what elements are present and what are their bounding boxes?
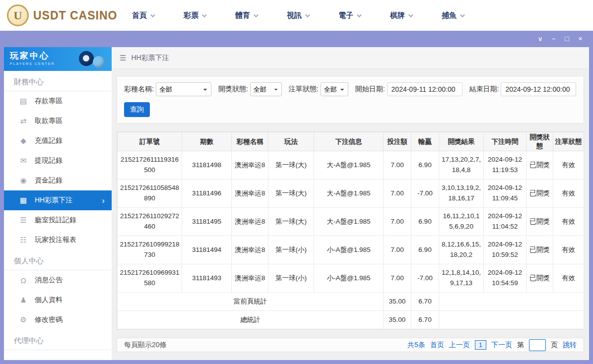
table-row: 2152172611119316500 31181498 澳洲幸运8 第一球(大… (118, 151, 584, 180)
cell-bet-info: 大-A盤@1.985 (314, 208, 384, 236)
current-page-badge: 1 (475, 340, 486, 350)
bets-table-panel: 訂單號 期數 彩種名稱 玩法 下注信息 投注額 輸贏 開獎結果 下注時間 開獎狀… (117, 131, 584, 330)
col-header-amount: 投注額 (384, 132, 411, 151)
sidebar-item-change-password[interactable]: ⚙ 修改密碼 (4, 310, 112, 330)
sidebar-item-label: 取款專區 (35, 117, 63, 125)
nav-item-sports[interactable]: 體育 (235, 11, 287, 20)
lottery-bet-icon: ▦ (19, 196, 28, 205)
cell-lottery: 澳洲幸运8 (232, 236, 268, 264)
start-date-input[interactable] (387, 82, 462, 96)
col-header-win-loss: 輸贏 (411, 132, 439, 151)
sidebar-item-hall-bet-records[interactable]: ☰ 廳室投註記錄 (4, 210, 112, 230)
logo-icon: U (7, 4, 29, 26)
password-icon: ⚙ (19, 315, 28, 324)
pager: 共5条 首页 上一页 1 下一页 第 页 跳转 (407, 339, 577, 351)
col-header-play: 玩法 (268, 132, 314, 151)
cell-win-loss: -7.00 (411, 264, 439, 293)
cell-lottery: 澳洲幸运8 (232, 264, 268, 293)
cell-result: 3,10,13,19,2,18,16,17 (439, 180, 484, 208)
sidebar-item-label: 存款專區 (35, 97, 63, 106)
jump-button[interactable]: 跳转 (563, 341, 577, 350)
cell-amount: 7.00 (384, 151, 411, 180)
cell-play: 第一球(大) (268, 180, 314, 208)
grand-summary-row: 總統計 35.00 6.70 (118, 311, 584, 329)
cell-period: 31181498 (182, 151, 232, 180)
sidebar-item-announcements[interactable]: Ω 消息公告 (4, 270, 112, 290)
pagination-bar: 每頁顯示20條 共5条 首页 上一页 1 下一页 第 页 跳转 (117, 338, 584, 352)
sidebar-item-funds-record[interactable]: ◉ 資金記錄 (4, 171, 112, 190)
nav-item-chess[interactable]: 棋牌 (390, 11, 442, 20)
search-button[interactable]: 查詢 (124, 102, 150, 117)
jump-page-input[interactable] (529, 339, 546, 351)
col-header-draw-status: 開獎狀態 (527, 132, 553, 151)
sidebar-item-withdraw[interactable]: ⇄ 取款專區 (4, 111, 112, 131)
window-body: 玩家中心 PLAYERS CENTER 財務中心 ▤ 存款專區 ⇄ 取款專區 ◆ (4, 47, 589, 360)
sidebar-item-hh-lottery-bets[interactable]: ▦ HH彩票下注 › (4, 190, 112, 210)
table-row: 2152172610969931580 31181493 澳洲幸运8 第一球(小… (118, 264, 584, 293)
col-header-order-status: 注單狀態 (553, 132, 584, 151)
nav-item-lottery[interactable]: 彩票 (184, 11, 235, 20)
sidebar-item-cashout-record[interactable]: ✉ 提現記錄 (4, 151, 112, 171)
cell-win-loss: 6.90 (411, 236, 439, 264)
cell-play: 第一球(小) (268, 264, 314, 293)
first-page-link[interactable]: 首页 (430, 341, 444, 350)
collapse-icon[interactable]: ∨ (533, 31, 547, 47)
agent-center-heading: 代理中心 (4, 330, 112, 350)
window-frame: ∨ − □ × 玩家中心 PLAYERS CENTER 財務中心 ▤ (0, 31, 593, 364)
bets-table: 訂單號 期數 彩種名稱 玩法 下注信息 投注額 輸贏 開獎結果 下注時間 開獎狀… (117, 132, 584, 329)
cell-time: 2024-09-12 11:19:53 (484, 151, 527, 180)
nav-label: 視訊 (287, 11, 302, 20)
cell-time: 2024-09-12 10:54:59 (484, 264, 527, 293)
end-date-input[interactable] (501, 82, 576, 96)
sidebar-item-bet-report[interactable]: ☷ 玩家投注報表 (4, 230, 112, 250)
grand-summary-label: 總統計 (118, 311, 384, 329)
hall-bet-records-icon: ☰ (19, 216, 28, 225)
lottery-name-select[interactable]: 全部 (156, 82, 211, 96)
cell-bet-info: 小-A盤@1.985 (314, 264, 384, 293)
sidebar-item-recharge-record[interactable]: ◆ 充值記錄 (4, 131, 112, 151)
breadcrumb: ☰ HH彩票下注 (112, 47, 589, 69)
chevron-down-icon (150, 12, 155, 17)
nav-label: 首頁 (132, 11, 147, 20)
grand-summary-bet-total: 35.00 (384, 311, 411, 329)
cell-bet-info: 大-A盤@1.985 (314, 151, 384, 180)
order-status-select[interactable]: 全部 (321, 82, 348, 96)
announcement-icon: Ω (19, 276, 28, 285)
personal-center-heading: 個人中心 (4, 250, 112, 270)
draw-status-label: 開獎狀態: (218, 85, 248, 94)
close-icon[interactable]: × (574, 31, 587, 47)
minimize-icon[interactable]: − (547, 31, 560, 47)
maximize-icon[interactable]: □ (560, 31, 574, 47)
nav-item-home[interactable]: 首頁 (132, 11, 184, 20)
sidebar-item-deposit[interactable]: ▤ 存款專區 (4, 91, 112, 111)
sidebar-item-label: 個人資料 (35, 296, 63, 304)
cell-draw-status: 已開獎 (527, 180, 553, 208)
recharge-record-icon: ◆ (19, 136, 28, 145)
menu-icon[interactable]: ☰ (120, 54, 126, 62)
cell-amount: 7.00 (384, 236, 411, 264)
col-header-lottery: 彩種名稱 (232, 132, 268, 151)
sidebar-item-label: 消息公告 (35, 276, 63, 285)
next-page-link[interactable]: 下一页 (491, 341, 512, 350)
cell-order-status: 有效 (553, 264, 584, 293)
nav-item-slots[interactable]: 電子 (338, 11, 390, 20)
sidebar-item-label: 玩家投注報表 (35, 236, 76, 244)
nav-item-live-video[interactable]: 視訊 (287, 11, 338, 20)
start-date-label: 開始日期: (355, 85, 385, 94)
sidebar-item-label: 充值記錄 (35, 136, 63, 145)
cell-result: 16,11,2,10,15,6,9,20 (439, 208, 484, 236)
deposit-icon: ▤ (19, 97, 28, 106)
cell-play: 第一球(小) (268, 236, 314, 264)
cell-order-no: 2152172611119316500 (118, 151, 182, 180)
site-logo[interactable]: U USDT CASINO (0, 4, 125, 26)
draw-status-select[interactable]: 全部 (250, 82, 282, 96)
cell-amount: 7.00 (384, 264, 411, 293)
sidebar-item-profile[interactable]: ♟ 個人資料 (4, 290, 112, 310)
cell-amount: 7.00 (384, 208, 411, 236)
grand-summary-win-loss: 6.70 (411, 311, 439, 329)
prev-page-link[interactable]: 上一页 (449, 341, 470, 350)
sidebar-item-label: 修改密碼 (35, 315, 63, 324)
nav-item-fishing[interactable]: 捕魚 (442, 11, 493, 20)
chevron-down-icon (202, 12, 207, 17)
sidebar-item-label: 廳室投註記錄 (35, 216, 76, 225)
